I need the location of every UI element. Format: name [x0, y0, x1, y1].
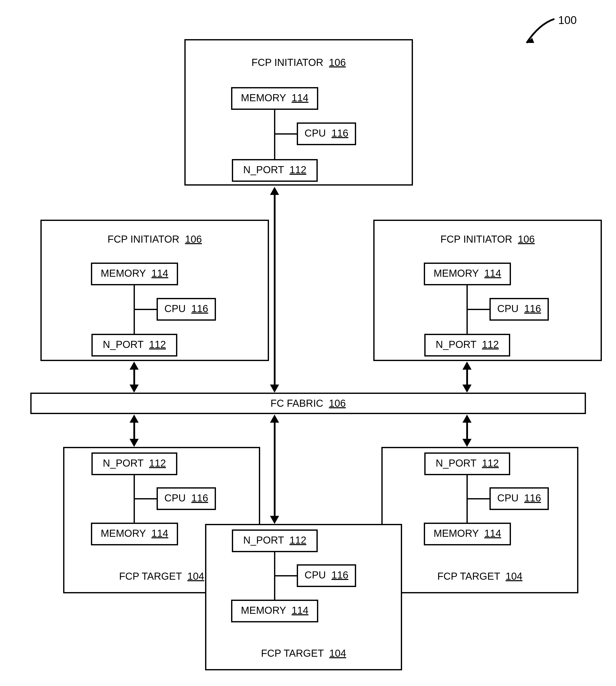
arrow-head-up-icon [130, 362, 139, 370]
memory-label: MEMORY 114 [424, 268, 511, 279]
connector [466, 498, 489, 499]
diagram-canvas: 100 FCP INITIATOR 106 MEMORY 114 CPU 116… [0, 0, 616, 686]
arrow-head-down-icon [462, 385, 471, 393]
cpu-label: CPU 116 [157, 303, 216, 314]
memory-label: MEMORY 114 [424, 528, 511, 539]
nport-label: N_PORT 112 [91, 457, 177, 469]
fcp-initiator-right-title: FCP INITIATOR 106 [373, 233, 602, 245]
arrow-line [466, 421, 468, 440]
arrow-line [133, 367, 135, 386]
fc-fabric-label: FC FABRIC 106 [30, 398, 586, 409]
nport-label: N_PORT 112 [424, 457, 510, 469]
cpu-label: CPU 116 [489, 493, 549, 504]
arrow-line [274, 421, 276, 517]
nport-label: N_PORT 112 [232, 534, 318, 546]
arrow-line [274, 193, 276, 385]
connector [134, 309, 157, 310]
memory-label: MEMORY 114 [231, 605, 318, 616]
nport-label: N_PORT 112 [91, 339, 177, 350]
fcp-initiator-left-title: FCP INITIATOR 106 [40, 233, 269, 245]
arrow-line [466, 367, 468, 386]
arrow-head-down-icon [462, 439, 471, 447]
memory-label: MEMORY 114 [231, 92, 318, 104]
fcp-target-center-title: FCP TARGET 104 [205, 648, 402, 659]
arrow-head-up-icon [270, 415, 279, 422]
connector [134, 498, 157, 499]
arrow-head-up-icon [130, 415, 139, 422]
arrow-line [133, 421, 135, 440]
fcp-target-right-title: FCP TARGET 104 [381, 571, 578, 582]
cpu-label: CPU 116 [297, 569, 356, 581]
fcp-initiator-top-title: FCP INITIATOR 106 [184, 57, 413, 68]
nport-label: N_PORT 112 [424, 339, 510, 350]
cpu-label: CPU 116 [489, 303, 549, 314]
memory-label: MEMORY 114 [91, 528, 178, 539]
cpu-label: CPU 116 [297, 128, 356, 139]
arrow-head-up-icon [270, 187, 279, 195]
arrow-head-up-icon [462, 415, 471, 422]
arrow-head-down-icon [130, 439, 139, 447]
connector [274, 133, 297, 135]
arrow-head-down-icon [270, 516, 279, 524]
figure-ref-label: 100 [558, 14, 577, 26]
cpu-label: CPU 116 [157, 493, 216, 504]
arrow-head-up-icon [462, 362, 471, 370]
connector [466, 309, 489, 310]
arrow-head-down-icon [270, 385, 279, 393]
connector [274, 575, 297, 576]
nport-label: N_PORT 112 [232, 164, 318, 176]
callout-arrow-icon [516, 18, 557, 48]
arrow-head-down-icon [130, 385, 139, 393]
memory-label: MEMORY 114 [91, 268, 178, 279]
